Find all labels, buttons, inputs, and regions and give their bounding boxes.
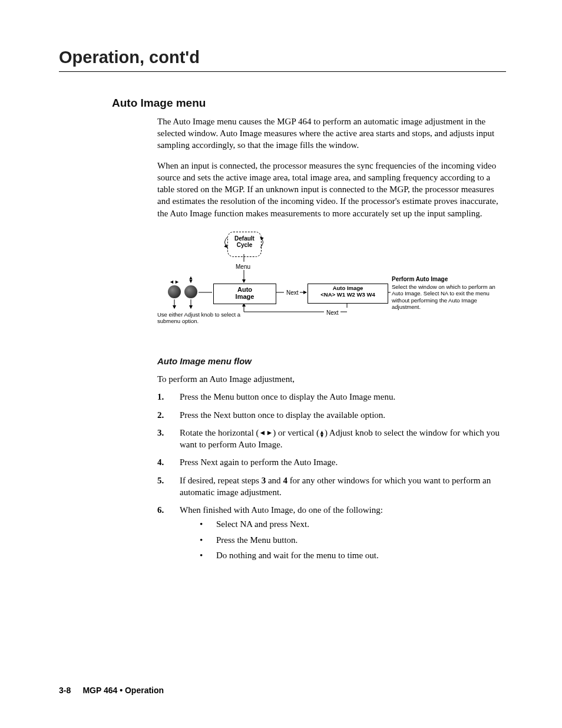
item-number: 3. <box>157 427 180 451</box>
left-right-arrows-icon: ◄► <box>259 429 273 437</box>
adjust-knob-icon <box>184 285 197 298</box>
default-cycle-box: Default Cycle <box>227 232 262 257</box>
subsection-heading: Auto Image menu flow <box>157 355 503 367</box>
item-number: 1. <box>157 391 180 403</box>
label: <NA> W1 W2 W3 W4 <box>320 291 375 298</box>
next-label: Next <box>286 289 299 297</box>
vertical-arrows-icon: ▲▼ <box>184 276 197 283</box>
title-rule <box>59 71 506 72</box>
list-item: 2. Press the Next button once to display… <box>157 409 503 421</box>
label: Image <box>236 293 254 300</box>
item-text: Press Next again to perform the Auto Ima… <box>180 456 503 468</box>
menu-label: Menu <box>236 263 250 271</box>
bullet-icon: • <box>196 518 216 530</box>
bullet-list: • Select NA and press Next. • Press the … <box>196 518 503 561</box>
chapter-title: Operation, cont'd <box>59 46 506 69</box>
diagram-description: Perform Auto Image Select the window on … <box>392 276 498 311</box>
item-text: When finished with Auto Image, do one of… <box>180 504 503 565</box>
knob-caption: Use either Adjust knob to select a subme… <box>157 312 246 325</box>
item-text: If desired, repeat steps 3 and 4 for any… <box>180 475 503 499</box>
list-item: • Do nothing and wait for the menu to ti… <box>196 549 503 561</box>
body: The Auto Image menu causes the MGP 464 t… <box>157 116 503 565</box>
paragraph: The Auto Image menu causes the MGP 464 t… <box>157 116 503 151</box>
up-down-arrows-icon: ▲▼ <box>319 430 325 437</box>
list-item: • Select NA and press Next. <box>196 518 503 530</box>
item-text: Press the Menu button once to display th… <box>180 391 503 403</box>
label: Cycle <box>237 242 253 248</box>
section-heading: Auto Image menu <box>112 95 506 111</box>
label: Default <box>234 235 254 242</box>
list-item: • Press the Menu button. <box>196 534 503 546</box>
label: Auto Image <box>333 285 363 291</box>
body: Select the window on which to perform an… <box>392 284 495 310</box>
list-item: 5. If desired, repeat steps 3 and 4 for … <box>157 475 503 499</box>
next-label: Next <box>326 309 339 317</box>
page-footer: 3-8 MGP 464 • Operation <box>59 684 164 696</box>
page-number: 3-8 <box>59 686 71 695</box>
bullet-text: Select NA and press Next. <box>216 518 309 530</box>
item-text: Rotate the horizontal (◄►) or vertical (… <box>180 427 503 451</box>
list-item: 4. Press Next again to perform the Auto … <box>157 456 503 468</box>
bullet-text: Press the Menu button. <box>216 534 297 546</box>
page: Operation, cont'd Auto Image menu The Au… <box>0 0 562 728</box>
horizontal-arrows-icon: ◄► <box>168 278 181 285</box>
adjust-knob-icon <box>168 285 181 298</box>
submenu-box: Auto Image <NA> W1 W2 W3 W4 <box>308 284 388 304</box>
list-item: 3. Rotate the horizontal (◄►) or vertica… <box>157 427 503 451</box>
bullet-icon: • <box>196 549 216 561</box>
bullet-icon: • <box>196 534 216 546</box>
auto-image-box: Auto Image <box>213 284 276 304</box>
list-item: 6. When finished with Auto Image, do one… <box>157 504 503 565</box>
ordered-list: 1. Press the Menu button once to display… <box>157 391 503 565</box>
title: Perform Auto Image <box>392 276 498 283</box>
item-number: 6. <box>157 504 180 565</box>
item-number: 5. <box>157 475 180 499</box>
item-number: 4. <box>157 456 180 468</box>
item-number: 2. <box>157 409 180 421</box>
list-item: 1. Press the Menu button once to display… <box>157 391 503 403</box>
intro-line: To perform an Auto Image adjustment, <box>157 373 503 385</box>
footer-text: MGP 464 • Operation <box>82 686 164 695</box>
bullet-text: Do nothing and wait for the menu to time… <box>216 549 379 561</box>
item-text: Press the Next button once to display th… <box>180 409 503 421</box>
label: Auto <box>237 286 252 293</box>
paragraph: When an input is connected, the processo… <box>157 160 503 219</box>
diagram: Default Cycle Menu ◄► ▲▼ Use either Adju… <box>104 228 503 342</box>
